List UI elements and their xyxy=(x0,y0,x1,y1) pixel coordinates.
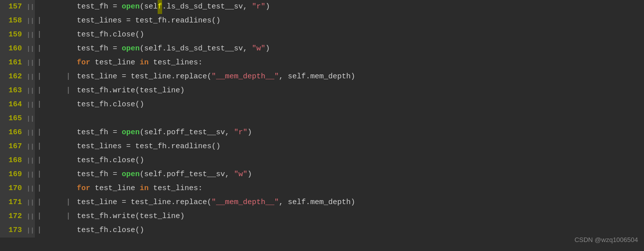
line-number: 165 xyxy=(0,112,26,126)
code-content: test_fh.close() xyxy=(73,154,644,168)
code-token: ( xyxy=(140,0,144,14)
code-token: test_fh.close() xyxy=(77,154,144,168)
line-number: 168 xyxy=(0,154,26,168)
line-number: 164 xyxy=(0,98,26,112)
pipe2 xyxy=(64,154,73,168)
line-number: 162 xyxy=(0,70,26,84)
pipe1: | xyxy=(35,84,44,98)
pipe2: | xyxy=(64,210,73,224)
pipe2 xyxy=(64,168,73,182)
code-token: in xyxy=(140,182,149,196)
pipe1: | xyxy=(35,182,44,196)
pipe2 xyxy=(44,112,53,126)
code-token: ) xyxy=(247,126,252,140)
code-line: 158|||test_lines = test_fh.readlines() xyxy=(0,14,644,28)
code-token: test_fh = xyxy=(77,42,122,56)
code-line: 163||||test_fh.write(test_line) xyxy=(0,84,644,98)
pipe1: | xyxy=(35,56,44,70)
pipe2 xyxy=(64,28,73,42)
code-content: test_fh.close() xyxy=(73,224,644,238)
indent xyxy=(44,56,64,70)
code-token: test_line xyxy=(90,56,140,70)
code-line: 173|||test_fh.close() xyxy=(0,224,644,238)
pipe2 xyxy=(64,14,73,28)
line-number: 158 xyxy=(0,14,26,28)
indent xyxy=(44,126,64,140)
code-token: "__mem_depth__" xyxy=(212,70,279,84)
line-number: 171 xyxy=(0,196,26,210)
code-line: 162||||test_line = test_line.replace("__… xyxy=(0,70,644,84)
code-token: test_lines = test_fh.readlines() xyxy=(77,140,220,154)
gutter: || xyxy=(26,182,35,196)
code-content: for test_line in test_lines: xyxy=(73,182,644,196)
code-line: 161|||for test_line in test_lines: xyxy=(0,56,644,70)
code-token: (self.poff_test__sv, xyxy=(140,126,234,140)
code-token: test_lines = test_fh.readlines() xyxy=(77,14,220,28)
pipe1: | xyxy=(35,126,44,140)
gutter: || xyxy=(26,224,35,238)
code-token: test_fh.close() xyxy=(77,224,144,238)
code-content: test_lines = test_fh.readlines() xyxy=(73,140,644,154)
line-number: 160 xyxy=(0,42,26,56)
code-content: test_fh.close() xyxy=(73,28,644,42)
line-number: 170 xyxy=(0,182,26,196)
indent xyxy=(44,0,64,14)
pipe2: | xyxy=(64,84,73,98)
code-token: test_fh.close() xyxy=(77,28,144,42)
pipe2 xyxy=(64,0,73,14)
gutter: || xyxy=(26,168,35,182)
code-token: test_fh = xyxy=(77,126,122,140)
code-token: open xyxy=(122,42,140,56)
line-number: 173 xyxy=(0,224,26,238)
code-content: test_fh.write(test_line) xyxy=(73,84,644,98)
pipe1: | xyxy=(35,168,44,182)
code-line: 170|||for test_line in test_lines: xyxy=(0,182,644,196)
code-token: "__mem_depth__" xyxy=(212,196,279,210)
gutter: || xyxy=(26,70,35,84)
pipe1: | xyxy=(35,140,44,154)
pipe2 xyxy=(64,224,73,238)
code-line: 167|||test_lines = test_fh.readlines() xyxy=(0,140,644,154)
code-token: , self.mem_depth) xyxy=(279,70,355,84)
pipe2 xyxy=(64,126,73,140)
code-content xyxy=(53,112,644,126)
line-number: 166 xyxy=(0,126,26,140)
pipe2 xyxy=(64,56,73,70)
gutter: || xyxy=(26,112,35,126)
code-content: test_line = test_line.replace("__mem_dep… xyxy=(73,196,644,210)
code-token: open xyxy=(122,0,140,14)
code-token: (self.ls_ds_sd_test__sv, xyxy=(140,42,252,56)
code-token: sel xyxy=(144,0,158,14)
code-line: 157||test_fh = open(self.ls_ds_sd_test__… xyxy=(0,0,644,14)
line-number: 157 xyxy=(0,0,26,14)
indent xyxy=(44,28,64,42)
indent xyxy=(44,224,64,238)
gutter: || xyxy=(26,140,35,154)
code-token: test_fh = xyxy=(77,0,122,14)
code-token: open xyxy=(122,168,140,182)
gutter: || xyxy=(26,154,35,168)
pipe2 xyxy=(64,42,73,56)
code-token: for xyxy=(77,182,90,196)
code-content: test_fh = open(self.ls_ds_sd_test__sv, "… xyxy=(73,0,644,14)
line-number: 163 xyxy=(0,84,26,98)
code-content: for test_line in test_lines: xyxy=(73,56,644,70)
line-number: 161 xyxy=(0,56,26,70)
code-content: test_fh = open(self.ls_ds_sd_test__sv, "… xyxy=(73,42,644,56)
gutter: || xyxy=(26,126,35,140)
code-token: ) xyxy=(265,0,270,14)
code-line: 171||||test_line = test_line.replace("__… xyxy=(0,196,644,210)
indent xyxy=(44,70,64,84)
code-token: test_line xyxy=(90,182,140,196)
code-token: test_fh.close() xyxy=(77,98,144,112)
pipe1: | xyxy=(35,98,44,112)
code-token: test_lines: xyxy=(149,56,203,70)
code-line: 165|| xyxy=(0,112,644,126)
pipe1: | xyxy=(35,70,44,84)
indent xyxy=(44,168,64,182)
indent xyxy=(44,84,64,98)
pipe2 xyxy=(64,140,73,154)
code-line: 172||||test_fh.write(test_line) xyxy=(0,210,644,224)
gutter: || xyxy=(26,196,35,210)
code-token: test_line = test_line.replace( xyxy=(77,70,212,84)
